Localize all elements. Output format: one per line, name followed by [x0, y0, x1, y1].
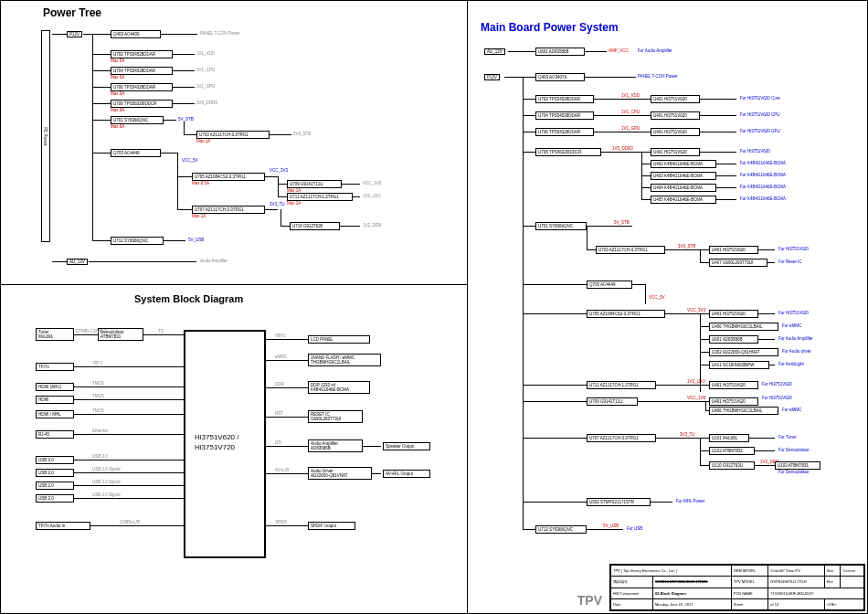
- conn: [266, 387, 308, 388]
- mb-ddr2: For K4B4G1646E-BCMA: [740, 173, 786, 177]
- v2-dem-label: 1V2_DEM: [363, 223, 382, 228]
- 5v-stb-label: 5V_STB: [178, 117, 194, 122]
- tb-size: Size: [824, 566, 841, 577]
- p12v-rail: P12V: [67, 31, 82, 37]
- mb-gpu: For Hi3751V620 GPU: [740, 129, 780, 133]
- mb-u302: U302 AD22650-Q81HNAT: [709, 348, 778, 356]
- conn: [523, 502, 587, 503]
- max-u703: Max.1A: [196, 139, 210, 143]
- mb-u711: U711 AZ1117CH-1.2TRG1: [587, 381, 656, 389]
- conn: [74, 460, 184, 460]
- conn: [641, 164, 651, 164]
- conn: [769, 365, 775, 365]
- power-tree-title: Power Tree: [43, 6, 101, 19]
- conn: [266, 360, 308, 361]
- tb-date: Monday, June 19, 2017: [652, 598, 731, 609]
- usb30-label: USB 3.0: [92, 454, 108, 459]
- conn: [523, 385, 587, 386]
- conn: [638, 401, 709, 402]
- conn: [74, 399, 184, 400]
- mb-panel-tcon: PANEL T-CON Power: [638, 74, 677, 79]
- mb-u401-b: U401 Hi3751V620: [651, 111, 700, 120]
- tb-hw: HW Component: [611, 588, 653, 598]
- mb-u707: U707 AZ1117CH-3.3TRG1: [587, 434, 656, 442]
- conn: [523, 401, 587, 402]
- mb-u407: U407 G690L293T73Uf: [709, 259, 767, 267]
- conn: [281, 226, 290, 227]
- mb-3v3-tu: 3V3_TU: [680, 432, 695, 437]
- mb-u702: U702 TPS54528DDAR: [535, 95, 594, 103]
- conn: [585, 51, 607, 52]
- mb-u110: U110 G912T63U: [709, 461, 755, 470]
- audio-amp-label: Audio Amplifier: [200, 259, 228, 263]
- mb-v1-cpu: 1V1_CPU: [621, 110, 640, 114]
- conn: [705, 410, 709, 411]
- mb-v620-d: For Hi3751V620: [740, 149, 770, 154]
- max-u701: Max.6A: [111, 124, 124, 129]
- tb-tpv-model: TPV MODEL: [731, 577, 767, 588]
- mb-v1-vdd: 1V1_VDD: [621, 93, 640, 98]
- conn: [587, 226, 587, 249]
- mb-demod2: For Demodulator: [778, 470, 810, 474]
- mb-q705: Q705 AO4449: [587, 281, 632, 289]
- conn: [755, 465, 775, 466]
- conn: [700, 115, 736, 116]
- conn: [665, 249, 700, 250]
- conn: [523, 313, 587, 314]
- mb-vcc-3v3: VCC_3V3: [687, 308, 705, 312]
- conn: [632, 284, 645, 285]
- hdmi-mhl-box: HDMI / MHL: [36, 410, 74, 418]
- tb-pcb-v: 715G9016-M0F-B00-004Y: [768, 588, 864, 598]
- sbd-main-chip: Hi3751V620 / Hi3751V720: [184, 330, 266, 558]
- usb20-s2-label: USB 2.0 Signal: [92, 480, 121, 484]
- conn: [641, 152, 651, 153]
- conn: [161, 153, 177, 154]
- u707-box: U707 AZ1117CH-3.3TRG1: [192, 206, 265, 214]
- conn: [587, 529, 623, 530]
- mb-amp-vcc: AMP_VCC: [609, 48, 629, 53]
- conn: [281, 209, 281, 226]
- conn: [700, 313, 709, 314]
- conn: [758, 313, 775, 314]
- conn: [700, 249, 709, 250]
- tb-date-label: Date: [611, 598, 653, 609]
- panel-tcon-label: PANEL T-CON Power: [200, 31, 239, 36]
- conn: [523, 132, 535, 132]
- rj45-box: RJ-45: [36, 430, 74, 439]
- rst-label: RST: [275, 411, 283, 416]
- tb-project: GX0016-M8F-B02-0040-170525: [652, 577, 731, 588]
- conn: [92, 228, 93, 240]
- mb-aud-drv: For Audio driver: [782, 349, 811, 354]
- max-u702: Max.5A: [111, 58, 124, 63]
- conn: [265, 176, 278, 177]
- hdmi-arc-box: HDMI (ARC): [36, 383, 74, 391]
- av-out-box: AV+R/L Output: [383, 470, 430, 478]
- conn: [523, 438, 587, 439]
- tpv-logo: TPV: [577, 593, 602, 608]
- conn: [716, 175, 736, 176]
- 5v-usb-label: 5V_USB: [188, 238, 204, 242]
- lcd-box: LCD PANEL: [308, 335, 370, 344]
- tb-tpv-model-v: GSP8149EOU1 OO-R: [768, 577, 824, 588]
- au-12v-rail: AU_12V: [67, 259, 88, 265]
- u702-box: U702 TPS54528DDAR: [111, 50, 173, 58]
- conn: [143, 334, 184, 335]
- v1-cpu-label: 1V1_CPU: [196, 68, 215, 72]
- mb-v620-e: For Hi3751V620: [778, 247, 809, 251]
- mb-u712: U712 SY8366QNC: [535, 525, 587, 534]
- conn: [716, 199, 736, 200]
- conn: [177, 176, 192, 177]
- tb-name: 02-Block Diagram: [652, 588, 731, 598]
- usb30-box: USB 3.0: [36, 456, 74, 464]
- conn: [173, 70, 195, 71]
- conn: [656, 385, 709, 386]
- mb-u406-2: U406 THGBMHG6C1LBAIL: [709, 407, 778, 415]
- conn: [594, 99, 651, 100]
- conn: [700, 152, 736, 153]
- conn: [585, 77, 636, 78]
- mb-u401-f: U401 Hi3751V620: [709, 310, 758, 318]
- conn: [161, 34, 197, 35]
- conn: [645, 284, 646, 304]
- u705-box: U705 AZ1084CS2-3.3TRG1: [192, 173, 265, 181]
- mb-aud-amp2: For Audio Amplifier: [778, 336, 813, 341]
